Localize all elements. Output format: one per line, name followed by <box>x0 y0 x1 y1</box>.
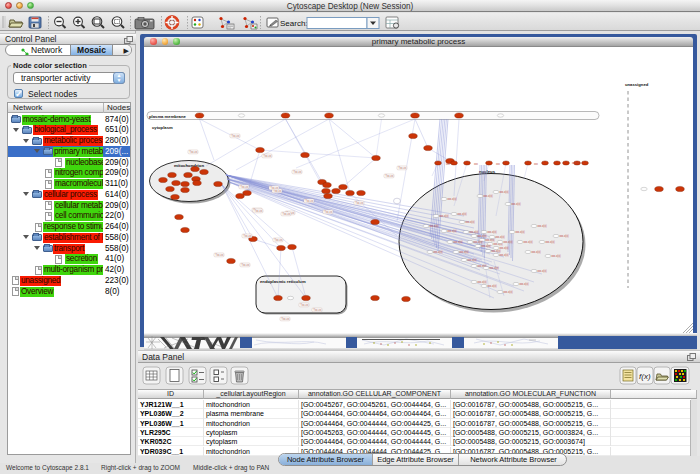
svg-text:xxx-x(x): xxx-x(x) <box>490 266 499 270</box>
svg-text:xxx-x(x): xxx-x(x) <box>482 244 491 248</box>
svg-text:Yxx-xx: Yxx-xx <box>281 317 290 321</box>
svg-text:xxx-x(x): xxx-x(x) <box>430 224 439 228</box>
svg-text:xxx-x(x): xxx-x(x) <box>440 214 449 218</box>
svg-text:endoplasmic reticulum: endoplasmic reticulum <box>260 279 306 284</box>
svg-text:xxx-x(x): xxx-x(x) <box>538 224 547 228</box>
svg-text:Yxx-xx: Yxx-xx <box>355 201 364 205</box>
svg-text:Yxx-xx: Yxx-xx <box>231 134 240 138</box>
svg-text:unassigned: unassigned <box>625 82 649 87</box>
svg-text:xxx-x(x): xxx-x(x) <box>512 202 521 206</box>
svg-text:xxx(x): xxx(x) <box>572 161 580 165</box>
svg-text:xxx-x(x): xxx-x(x) <box>538 269 547 273</box>
svg-text:Yxx-xx: Yxx-xx <box>398 166 407 170</box>
svg-text:xxx-x(x): xxx-x(x) <box>492 249 501 253</box>
svg-text:f(x): f(x) <box>639 372 651 381</box>
svg-text:Yxx-xx: Yxx-xx <box>240 185 249 189</box>
svg-text:xxx-x(x): xxx-x(x) <box>500 190 509 194</box>
svg-text:xxx-x(x): xxx-x(x) <box>454 240 463 244</box>
svg-text:Yxx-xx: Yxx-xx <box>254 209 263 213</box>
svg-text:xxx-x(x): xxx-x(x) <box>546 240 555 244</box>
svg-text:plasma membrane: plasma membrane <box>149 114 186 119</box>
svg-text:xxx-x(x): xxx-x(x) <box>458 212 467 216</box>
svg-text:Yxx-xx: Yxx-xx <box>243 234 252 238</box>
svg-text:cytoplasm: cytoplasm <box>152 125 173 130</box>
svg-text:xxx-x(x): xxx-x(x) <box>504 240 513 244</box>
svg-text:Yxx-xx: Yxx-xx <box>313 308 322 312</box>
svg-text:xxx-x(x): xxx-x(x) <box>484 194 493 198</box>
svg-text:xxx: xxx <box>534 163 539 166</box>
svg-text:Yxx-xx: Yxx-xx <box>293 170 302 174</box>
svg-text:xxx-x(x): xxx-x(x) <box>488 284 497 288</box>
svg-text:xxx-x(x): xxx-x(x) <box>500 246 509 250</box>
svg-text:xxx-x(x): xxx-x(x) <box>488 230 497 234</box>
svg-text:xxx-x(x): xxx-x(x) <box>466 220 475 224</box>
svg-text:xxx-x(x): xxx-x(x) <box>434 250 443 254</box>
svg-text:xxx-x(x): xxx-x(x) <box>496 235 505 239</box>
svg-text:xxx-x(x): xxx-x(x) <box>520 282 529 286</box>
svg-text:xxx-x(x): xxx-x(x) <box>500 253 509 257</box>
svg-text:Yxx-xx: Yxx-xx <box>241 263 250 267</box>
svg-text:Yxx-xx: Yxx-xx <box>274 238 283 242</box>
svg-text:xxx-x(x): xxx-x(x) <box>516 230 525 234</box>
svg-text:xxx-x(x): xxx-x(x) <box>552 254 561 258</box>
svg-text:xxx-x(x): xxx-x(x) <box>560 234 569 238</box>
svg-text:xxx: xxx <box>496 163 501 166</box>
svg-text:Yxx-xx: Yxx-xx <box>324 210 333 214</box>
svg-text:xxx-x(x): xxx-x(x) <box>474 240 483 244</box>
svg-text:xxx-x(x): xxx-x(x) <box>468 258 477 262</box>
svg-text:xxx: xxx <box>474 163 479 166</box>
svg-text:xxx-x(x): xxx-x(x) <box>524 240 533 244</box>
svg-text:xxx-x(x): xxx-x(x) <box>478 234 487 238</box>
svg-text:Yxx-xx: Yxx-xx <box>305 199 314 203</box>
svg-text:Search:: Search: <box>280 19 308 28</box>
svg-text:xxx-x(x): xxx-x(x) <box>504 290 513 294</box>
svg-text:xxx-x(x): xxx-x(x) <box>532 250 541 254</box>
svg-text:Yxx-xx: Yxx-xx <box>300 303 309 307</box>
svg-text:Yxx-xx: Yxx-xx <box>270 186 279 190</box>
svg-text:xxx-x(x): xxx-x(x) <box>448 197 457 201</box>
svg-text:Yxx-xx: Yxx-xx <box>385 174 394 178</box>
svg-text:Yxx-xx: Yxx-xx <box>263 154 272 158</box>
svg-text:Yxx-xx: Yxx-xx <box>215 253 224 257</box>
svg-text:mitochondrion: mitochondrion <box>174 163 204 168</box>
svg-text:xxx-x(x): xxx-x(x) <box>470 230 479 234</box>
svg-text:Yxx-xx: Yxx-xx <box>189 150 198 154</box>
svg-text:Yxx-xx: Yxx-xx <box>282 212 291 216</box>
svg-text:xxx-x(x): xxx-x(x) <box>448 229 457 233</box>
svg-text:xxx-x(x): xxx-x(x) <box>478 280 487 284</box>
svg-text:xxx-x(x): xxx-x(x) <box>460 250 469 254</box>
